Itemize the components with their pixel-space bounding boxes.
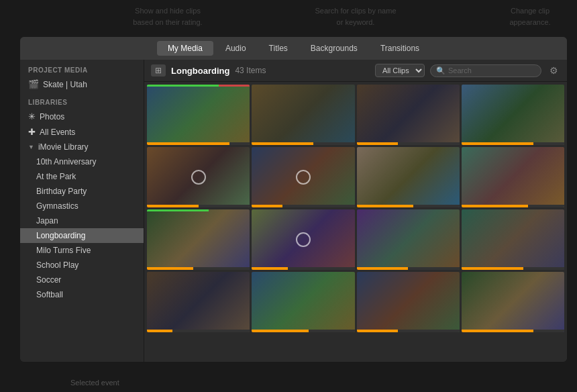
clip-item[interactable] <box>357 209 460 270</box>
sidebar-item-soccer[interactable]: Soccer <box>20 273 144 287</box>
milo-turns-five-label: Milo Turns Five <box>36 246 91 255</box>
sidebar-item-japan[interactable]: Japan <box>20 213 144 228</box>
project-item-label: Skate | Utah <box>43 80 87 89</box>
tab-audio[interactable]: Audio <box>215 41 257 56</box>
search-icon: 🔍 <box>436 66 445 75</box>
all-events-icon: ✚ <box>28 127 36 137</box>
photos-label: Photos <box>40 112 64 121</box>
tab-titles[interactable]: Titles <box>258 41 299 56</box>
clip-toolbar: Longboarding 43 Items All Clips 🔍 ⚙ <box>144 60 567 82</box>
clip-item[interactable] <box>252 272 354 332</box>
all-events-label: All Events <box>40 128 75 137</box>
main-panel: Longboarding 43 Items All Clips 🔍 ⚙ <box>144 60 567 362</box>
birthday-party-label: Birthday Party <box>36 187 87 196</box>
soccer-label: Soccer <box>36 275 61 285</box>
tab-bar: My Media Audio Titles Backgrounds Transi… <box>20 37 567 60</box>
clip-item[interactable] <box>357 147 460 207</box>
imovie-library-label: iMovie Library <box>38 142 89 152</box>
clip-item[interactable] <box>252 147 354 207</box>
libraries-label: LIBRARIES <box>20 92 144 109</box>
japan-label: Japan <box>36 216 58 226</box>
clip-title: Longboarding <box>171 66 229 76</box>
search-input[interactable] <box>448 66 535 75</box>
film-icon: 🎬 <box>28 79 39 89</box>
longboarding-label: Longboarding <box>36 231 85 240</box>
clip-row-2 <box>147 209 564 270</box>
sidebar-item-school-play[interactable]: School Play <box>20 258 144 273</box>
clip-item[interactable] <box>147 272 250 332</box>
tab-transitions[interactable]: Transitions <box>370 41 430 56</box>
sidebar-item-imovie-library[interactable]: ▼ iMovie Library <box>20 140 144 154</box>
tab-backgrounds[interactable]: Backgrounds <box>300 41 368 56</box>
clip-item[interactable] <box>147 147 250 207</box>
clip-count: 43 Items <box>235 66 266 75</box>
clip-item[interactable] <box>147 209 250 270</box>
10th-anniversary-label: 10th Anniversary <box>36 157 96 166</box>
clip-item[interactable] <box>252 85 354 145</box>
project-media-label: PROJECT MEDIA <box>20 60 144 77</box>
sidebar: PROJECT MEDIA 🎬 Skate | Utah LIBRARIES ✳… <box>20 60 144 362</box>
clip-item[interactable] <box>252 209 354 270</box>
at-the-park-label: At the Park <box>36 172 76 181</box>
sidebar-item-gymnastics[interactable]: Gymnastics <box>20 199 144 213</box>
clip-row-1 <box>147 147 564 207</box>
sidebar-item-at-the-park[interactable]: At the Park <box>20 169 144 184</box>
clip-item[interactable] <box>357 272 460 332</box>
callout-rating: Show and hide clips based on their ratin… <box>124 5 211 28</box>
callout-search: Search for clips by name or keyword. <box>312 5 399 28</box>
clip-row-0 <box>147 85 564 145</box>
tab-my-media[interactable]: My Media <box>157 41 213 56</box>
clip-item[interactable] <box>462 147 564 207</box>
softball-label: Softball <box>36 290 63 299</box>
clip-item[interactable] <box>357 85 460 145</box>
sidebar-item-10th-anniversary[interactable]: 10th Anniversary <box>20 154 144 169</box>
sidebar-item-photos[interactable]: ✳ Photos <box>20 109 144 124</box>
clip-item[interactable] <box>147 85 250 145</box>
photos-icon: ✳ <box>28 111 36 121</box>
caret-icon: ▼ <box>28 144 34 150</box>
sidebar-item-milo-turns-five[interactable]: Milo Turns Five <box>20 243 144 258</box>
sidebar-item-birthday-party[interactable]: Birthday Party <box>20 184 144 199</box>
search-box: 🔍 <box>430 64 541 77</box>
clip-item[interactable] <box>462 272 564 332</box>
filter-select[interactable]: All Clips <box>375 64 425 77</box>
gymnastics-label: Gymnastics <box>36 201 78 211</box>
sidebar-item-all-events[interactable]: ✚ All Events <box>20 124 144 140</box>
content-area: PROJECT MEDIA 🎬 Skate | Utah LIBRARIES ✳… <box>20 60 567 362</box>
clip-grid <box>144 82 567 362</box>
view-toggle-button[interactable] <box>151 64 166 77</box>
selected-event-label: Selected event <box>70 379 119 387</box>
clip-item[interactable] <box>462 209 564 270</box>
callout-appearance: Change clip appearance. <box>496 5 564 28</box>
sidebar-item-project[interactable]: 🎬 Skate | Utah <box>20 77 144 92</box>
school-play-label: School Play <box>36 260 78 270</box>
sidebar-item-softball[interactable]: Softball <box>20 287 144 302</box>
clip-row-3 <box>147 272 564 332</box>
clip-item[interactable] <box>462 85 564 145</box>
sidebar-item-longboarding[interactable]: Longboarding <box>20 228 144 243</box>
settings-button[interactable]: ⚙ <box>547 64 560 77</box>
app-window: My Media Audio Titles Backgrounds Transi… <box>20 37 567 362</box>
